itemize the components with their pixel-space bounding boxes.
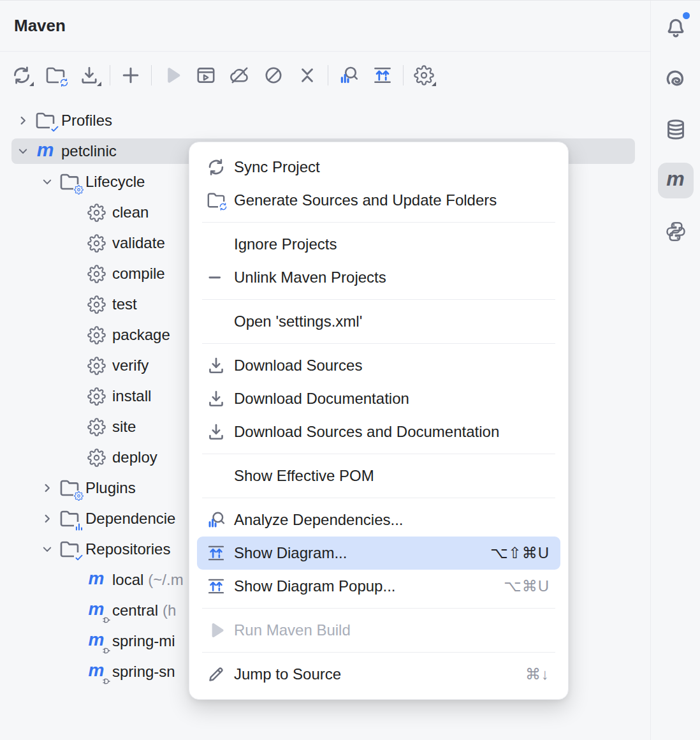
analyze-dependencies-button[interactable]	[335, 61, 363, 89]
database-button[interactable]	[658, 112, 694, 147]
goal-gear-icon	[85, 324, 107, 346]
menu-item-show-diagram-popup[interactable]: Show Diagram Popup... ⌥⌘U	[197, 570, 560, 603]
toolbar-separator	[110, 65, 110, 85]
sync-all-maven-projects-button[interactable]	[8, 61, 36, 89]
maven-tool-button[interactable]: m	[658, 163, 694, 198]
pencil-icon	[206, 664, 226, 685]
dropdown-arrow-icon	[97, 82, 101, 86]
menu-separator	[202, 498, 555, 498]
skip-tests-button[interactable]	[259, 61, 288, 89]
menu-item-show-effective-pom[interactable]: Show Effective POM	[197, 459, 560, 492]
goal-gear-icon	[85, 293, 107, 315]
sync-icon	[206, 157, 226, 177]
settings-button[interactable]	[410, 61, 438, 89]
unlink-dash-icon	[206, 267, 226, 288]
goal-gear-icon	[85, 447, 107, 468]
goal-gear-icon	[85, 263, 107, 285]
maven-remote-repo-icon: m	[85, 600, 107, 621]
plug-badge-icon	[101, 615, 112, 625]
menu-item-download-sources-and-documentation[interactable]: Download Sources and Documentation	[197, 415, 560, 448]
menu-item-ignore-projects[interactable]: Ignore Projects	[197, 228, 560, 261]
chevron-down-icon[interactable]	[17, 145, 29, 158]
dependencies-folder-icon	[59, 508, 80, 529]
plug-badge-icon	[101, 646, 112, 656]
chevron-down-icon[interactable]	[41, 175, 54, 188]
plugins-folder-icon	[59, 477, 80, 499]
menu-item-run-maven-build[interactable]: Run Maven Build	[197, 614, 560, 647]
goal-gear-icon	[85, 385, 107, 407]
download-sources-button[interactable]	[75, 61, 103, 89]
lifecycle-folder-icon	[59, 171, 80, 193]
maven-local-repo-icon: m	[85, 569, 107, 591]
menu-separator	[202, 222, 555, 223]
goal-gear-icon	[85, 416, 107, 438]
sync-badge-icon	[59, 77, 69, 88]
python-packages-button[interactable]	[658, 214, 694, 249]
goal-gear-icon	[85, 202, 107, 223]
show-diagram-icon	[206, 543, 226, 563]
profiles-folder-icon	[34, 110, 56, 131]
maven-toolbar	[0, 52, 650, 98]
maven-remote-repo-icon: m	[85, 661, 107, 683]
maven-remote-repo-icon: m	[85, 630, 107, 652]
maven-project-icon: m	[34, 140, 56, 162]
generate-sources-button[interactable]	[41, 61, 69, 89]
tree-item-profiles[interactable]: Profiles	[0, 105, 650, 136]
run-icon	[206, 620, 226, 640]
menu-item-open-settings-xml[interactable]: Open 'settings.xml'	[197, 305, 560, 338]
goal-gear-icon	[85, 355, 107, 376]
goal-gear-icon	[85, 232, 107, 254]
shortcut-hint: ⌥⇧⌘U	[490, 544, 550, 562]
menu-item-jump-to-source[interactable]: Jump to Source ⌘↓	[197, 658, 560, 691]
menu-item-sync-project[interactable]: Sync Project	[197, 151, 560, 184]
sync-badge-icon	[218, 202, 228, 212]
folder-sync-icon	[206, 190, 226, 211]
notifications-button[interactable]	[658, 10, 694, 45]
chevron-right-icon[interactable]	[41, 512, 54, 525]
toolbar-separator	[151, 65, 152, 85]
download-icon	[206, 422, 226, 442]
menu-separator	[202, 608, 555, 609]
chevron-down-icon[interactable]	[41, 543, 54, 556]
page-title: Maven	[14, 16, 66, 36]
shortcut-hint: ⌥⌘U	[504, 577, 550, 595]
execute-maven-goal-button[interactable]	[192, 61, 220, 89]
show-diagram-button[interactable]	[368, 61, 397, 89]
dropdown-arrow-icon	[432, 82, 436, 86]
add-maven-projects-button[interactable]	[117, 61, 145, 89]
toolbar-separator	[328, 65, 328, 85]
tool-window-header: Maven	[0, 1, 650, 52]
right-tool-window-stripe: m	[650, 1, 700, 740]
download-icon	[206, 355, 226, 376]
analyze-dependencies-icon	[206, 510, 226, 530]
plug-badge-icon	[101, 676, 112, 686]
maven-tool-window: Maven Profiles	[0, 0, 700, 740]
menu-item-generate-sources[interactable]: Generate Sources and Update Folders	[197, 184, 560, 217]
toolbar-separator	[403, 65, 404, 85]
menu-item-download-documentation[interactable]: Download Documentation	[197, 382, 560, 415]
chevron-right-icon[interactable]	[41, 482, 54, 494]
chevron-right-icon[interactable]	[17, 114, 29, 127]
menu-item-analyze-dependencies[interactable]: Analyze Dependencies...	[197, 503, 560, 536]
shortcut-hint: ⌘↓	[525, 665, 550, 683]
menu-separator	[202, 652, 555, 653]
context-menu: Sync Project Generate Sources and Update…	[189, 142, 569, 700]
menu-item-download-sources[interactable]: Download Sources	[197, 349, 560, 382]
dropdown-arrow-icon	[29, 82, 34, 86]
menu-separator	[202, 343, 555, 344]
show-diagram-icon	[206, 576, 226, 596]
menu-item-show-diagram[interactable]: Show Diagram... ⌥⇧⌘U	[197, 536, 560, 570]
collapse-all-button[interactable]	[293, 61, 321, 89]
menu-separator	[202, 299, 555, 300]
repositories-folder-icon	[59, 538, 80, 560]
download-icon	[206, 389, 226, 409]
toggle-offline-mode-button[interactable]	[226, 61, 254, 89]
run-button[interactable]	[158, 61, 186, 89]
menu-item-unlink-maven-projects[interactable]: Unlink Maven Projects	[197, 261, 560, 294]
menu-separator	[202, 454, 555, 454]
notification-dot	[682, 11, 691, 20]
maven-icon: m	[666, 168, 684, 189]
ai-assistant-button[interactable]	[658, 61, 694, 96]
